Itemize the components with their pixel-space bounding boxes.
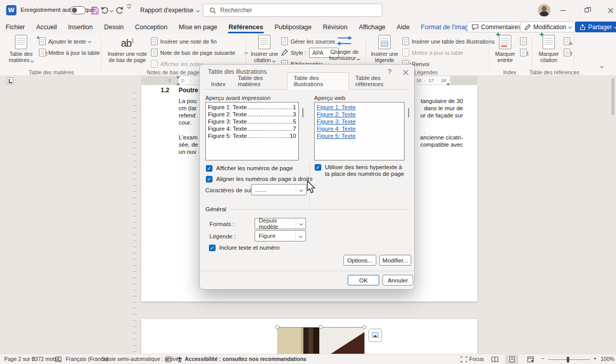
insert-footnote-button[interactable]: ab1 Insérer une note de bas de page bbox=[106, 35, 149, 63]
focus-button[interactable]: Focus bbox=[469, 356, 484, 362]
show-notes-button[interactable]: Afficher les notes bbox=[151, 58, 203, 69]
add-text-button[interactable]: Ajouter le texte bbox=[39, 36, 91, 47]
zoom-in-button[interactable]: + bbox=[593, 355, 596, 361]
insert-caption-button[interactable]: Insérer une légende bbox=[369, 35, 400, 63]
tab-accueil[interactable]: Accueil bbox=[31, 22, 63, 32]
layout-options-button[interactable] bbox=[369, 329, 382, 342]
zoom-level[interactable]: 100% bbox=[601, 356, 614, 362]
tab-aide[interactable]: Aide bbox=[391, 22, 415, 32]
update-toa-button[interactable] bbox=[564, 47, 570, 58]
tab-conception[interactable]: Conception bbox=[129, 22, 173, 32]
insert-endnote-button[interactable]: Insérer une note de fin bbox=[151, 36, 217, 47]
tab-references[interactable]: Références bbox=[223, 22, 268, 32]
mark-entry-icon bbox=[499, 35, 511, 49]
tab-affichage[interactable]: Affichage bbox=[353, 22, 391, 32]
ok-button[interactable]: OK bbox=[348, 275, 379, 286]
update-figures-table-button[interactable]: Mettre à jour la table bbox=[402, 47, 463, 58]
zoom-slider[interactable] bbox=[548, 359, 590, 360]
collapse-ribbon-icon[interactable] bbox=[600, 65, 604, 68]
scrollbar-thumb[interactable] bbox=[611, 78, 614, 115]
web-preview-box[interactable]: Figure 1: Texte Figure 2: Texte Figure 3… bbox=[314, 102, 405, 160]
share-label: Partager bbox=[588, 24, 612, 31]
insert-toa-button[interactable] bbox=[564, 36, 570, 47]
table-of-figures-dialog: Table des illustrations ? Index Table de… bbox=[199, 64, 415, 290]
text-predictions-icon[interactable] bbox=[165, 356, 171, 362]
tab-fichier[interactable]: Fichier bbox=[0, 22, 31, 32]
selection-handle[interactable] bbox=[275, 325, 279, 329]
customize-quick-access-button[interactable] bbox=[127, 5, 131, 16]
page-indicator[interactable]: Page 2 sur 8 bbox=[4, 356, 35, 362]
print-preview-box[interactable]: Figure 1: Texte1 Figure 2: Texte3 Figure… bbox=[205, 102, 299, 160]
tab-dessin[interactable]: Dessin bbox=[99, 22, 129, 32]
autosave-toggle[interactable] bbox=[70, 6, 86, 14]
insert-index-button[interactable] bbox=[520, 36, 527, 47]
web-layout-icon[interactable] bbox=[527, 356, 534, 362]
change-provider-button[interactable]: Changer de fournisseur bbox=[326, 35, 362, 61]
share-button[interactable]: Partager bbox=[575, 22, 616, 32]
print-layout-icon[interactable] bbox=[509, 356, 515, 362]
dialog-tab-figures[interactable]: Table des illustrations bbox=[287, 72, 349, 90]
undo-button[interactable] bbox=[101, 5, 113, 16]
restore-button[interactable] bbox=[579, 4, 594, 16]
cancel-button[interactable]: Annuler bbox=[382, 275, 413, 286]
comment-icon bbox=[472, 24, 478, 30]
tab-leader-select[interactable]: ....... bbox=[251, 184, 306, 195]
zoom-slider-thumb[interactable] bbox=[567, 357, 569, 362]
editing-label: Modification bbox=[533, 24, 566, 31]
body-text-fragment: cm (lar bbox=[179, 105, 197, 111]
toc-button[interactable]: Table des matières bbox=[5, 35, 37, 63]
print-entry: Figure 4: Texte bbox=[208, 125, 247, 132]
minimize-button[interactable] bbox=[555, 4, 571, 16]
preview-scrollbar[interactable] bbox=[408, 108, 409, 117]
modify-button[interactable]: Modifier... bbox=[379, 255, 411, 266]
dialog-tab-authorities[interactable]: Table des références bbox=[349, 73, 409, 89]
tab-mise-en-page[interactable]: Mise en page bbox=[173, 22, 223, 32]
right-align-page-numbers-checkbox[interactable]: ✓ Aligner les numéros de page à droite bbox=[206, 176, 313, 183]
redo-button[interactable] bbox=[115, 5, 124, 16]
zoom-out-button[interactable]: − bbox=[541, 355, 544, 361]
hanging-indent-marker[interactable] bbox=[176, 80, 180, 85]
avatar[interactable] bbox=[538, 4, 550, 16]
insert-table-figures-button[interactable]: Insérer une table des illustrations bbox=[402, 36, 494, 47]
vertical-scrollbar[interactable] bbox=[611, 77, 615, 353]
accessibility-status[interactable]: Accessibilité : consultez nos recommanda… bbox=[185, 356, 306, 362]
right-indent-marker[interactable] bbox=[446, 80, 450, 85]
swap-arrows-icon bbox=[336, 35, 353, 47]
mark-entry-button[interactable]: Marquer entrée bbox=[492, 35, 518, 63]
document-page-2[interactable] bbox=[141, 319, 477, 354]
caption-select[interactable]: Figure bbox=[255, 230, 306, 241]
insert-citation-button[interactable]: Insérer une citation bbox=[249, 35, 279, 63]
search-input[interactable]: Rechercher bbox=[203, 4, 382, 17]
word-logo-icon[interactable]: W bbox=[6, 5, 16, 15]
show-page-numbers-checkbox[interactable]: ✓ Afficher les numéros de page bbox=[206, 165, 293, 172]
selection-handle[interactable] bbox=[362, 325, 367, 329]
options-button[interactable]: Options... bbox=[343, 255, 376, 266]
mark-citation-button[interactable]: Marquer citation bbox=[535, 35, 563, 63]
vertical-ruler[interactable] bbox=[133, 87, 137, 353]
general-group: Général bbox=[205, 206, 410, 212]
word-count[interactable]: 3372 mots bbox=[32, 356, 57, 362]
proofing-icon[interactable] bbox=[55, 356, 62, 362]
save-button[interactable] bbox=[91, 5, 99, 16]
editing-mode-button[interactable]: Modification bbox=[520, 22, 576, 32]
tab-publipostage[interactable]: Publipostage bbox=[269, 22, 317, 32]
selection-handle[interactable] bbox=[319, 325, 323, 329]
document-title[interactable]: Rapport d'expertise bbox=[140, 7, 199, 14]
next-footnote-button[interactable]: Note de bas de page suivante bbox=[151, 47, 247, 58]
preview-scrollbar[interactable] bbox=[302, 108, 303, 117]
update-toc-button[interactable]: Mettre à jour la table bbox=[39, 47, 100, 58]
selected-picture[interactable] bbox=[277, 327, 364, 354]
chevron-down-icon bbox=[299, 234, 302, 237]
tab-revision[interactable]: Révision bbox=[317, 22, 353, 32]
dialog-tab-toc[interactable]: Table des matières bbox=[232, 73, 287, 89]
tab-insertion[interactable]: Insertion bbox=[63, 22, 99, 32]
close-button[interactable] bbox=[603, 4, 616, 16]
update-index-button[interactable] bbox=[520, 47, 527, 58]
read-mode-icon[interactable] bbox=[491, 356, 498, 362]
tab-stop-selector[interactable] bbox=[7, 77, 13, 84]
formats-select[interactable]: Depuis modèle bbox=[255, 218, 306, 229]
include-label-number-checkbox[interactable]: ✓ Inclure texte et numéro bbox=[209, 245, 280, 251]
use-hyperlinks-checkbox[interactable]: ✓ Utiliser des liens hypertexte à la pla… bbox=[315, 164, 406, 177]
dialog-tab-index[interactable]: Index bbox=[205, 79, 232, 89]
accessibility-icon[interactable] bbox=[177, 356, 183, 362]
